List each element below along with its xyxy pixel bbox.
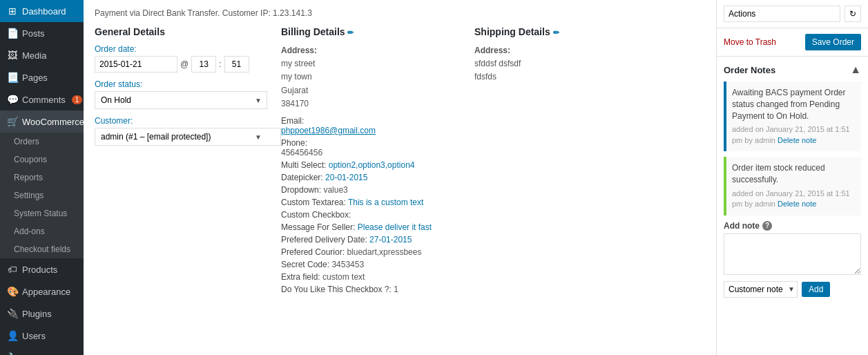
move-to-trash-link[interactable]: Move to Trash <box>724 37 776 47</box>
phone-value: 456456456 <box>281 148 322 157</box>
colon-separator: : <box>219 59 221 69</box>
order-time-min[interactable] <box>224 56 249 73</box>
note-1-text: Awaiting BACS payment Order status chang… <box>732 87 856 122</box>
customer-select-wrapper: admin (#1 – [email protected]) ▼ <box>95 128 267 146</box>
phone-label: Phone: <box>281 138 307 148</box>
sidebar-item-posts[interactable]: 📄 Posts <box>0 22 84 44</box>
extra-row: Extra field: custom text <box>281 272 461 282</box>
sidebar-item-orders[interactable]: Orders <box>0 133 84 151</box>
order-date-label: Order date: <box>95 44 267 54</box>
products-icon: 🏷 <box>7 264 18 275</box>
sidebar-item-tools[interactable]: 🔧 Tools <box>0 347 84 355</box>
note-textarea[interactable] <box>724 233 861 275</box>
custom-textarea-value: This is a custom text <box>348 198 423 207</box>
checkbox-value: 1 <box>394 285 398 294</box>
add-note-button[interactable]: Add <box>802 282 830 297</box>
custom-textarea-row: Custom Textarea: This is a custom text <box>281 198 461 207</box>
checkbox-label: Do You Like This Checkbox ?: <box>281 285 392 294</box>
message-label: Message For Seller: <box>281 222 355 232</box>
sidebar-item-comments[interactable]: 💬 Comments 1 <box>0 88 84 111</box>
sidebar-item-woocommerce[interactable]: 🛒 WooCommerce <box>0 111 84 133</box>
at-separator: @ <box>180 59 189 69</box>
note-type-select[interactable]: Customer note Private note <box>724 281 798 298</box>
actions-bar: Actions ↻ <box>717 0 868 28</box>
order-notes-title: Order Notes <box>724 65 775 75</box>
message-row: Message For Seller: Please deliver it fa… <box>281 222 461 232</box>
main-wrap: Payment via Direct Bank Transfer. Custom… <box>84 0 868 355</box>
sidebar-item-products[interactable]: 🏷 Products <box>0 258 84 280</box>
pages-icon: 📃 <box>7 72 18 83</box>
sidebar-item-system-status[interactable]: System Status <box>0 204 84 222</box>
sidebar-item-add-ons[interactable]: Add-ons <box>0 222 84 240</box>
billing-address: Address: my street my town Gujarat 38417… <box>281 44 461 111</box>
checkbox-row: Do You Like This Checkbox ?: 1 <box>281 285 461 294</box>
datepicker-label: Datepicker: <box>281 173 323 182</box>
shipping-edit-icon[interactable]: ✏ <box>553 28 559 37</box>
sidebar-item-settings[interactable]: Settings <box>0 186 84 204</box>
secret-row: Secret Code: 3453453 <box>281 260 461 269</box>
secret-label: Secret Code: <box>281 260 329 269</box>
multi-select-row: Multi Select: option2,option3,option4 <box>281 160 461 170</box>
extra-value: custom text <box>322 272 365 282</box>
users-icon: 👤 <box>7 330 18 341</box>
sidebar-item-reports[interactable]: Reports <box>0 169 84 186</box>
order-time-hour[interactable] <box>191 56 216 73</box>
shipping-address: Address: sfddsf dsfsdf fdsfds <box>474 44 705 84</box>
date-row: @ : <box>95 56 267 73</box>
courier-row: Prefered Courior: bluedart,xpressbees <box>281 247 461 257</box>
refresh-button[interactable]: ↻ <box>845 6 861 22</box>
note-footer: Customer note Private note ▼ Add <box>724 281 861 298</box>
dropdown-label: Dropdown: <box>281 185 321 195</box>
order-date-input[interactable] <box>95 56 177 73</box>
custom-textarea-label: Custom Textarea: <box>281 198 346 207</box>
comments-badge: 1 <box>72 95 83 104</box>
order-status-select[interactable]: On Hold Pending payment Processing Compl… <box>95 91 267 109</box>
sidebar: ⊞ Dashboard 📄 Posts 🖼 Media 📃 Pages 💬 Co… <box>0 0 84 355</box>
dashboard-icon: ⊞ <box>7 6 18 17</box>
email-label: Email: <box>281 116 304 126</box>
sidebar-item-appearance[interactable]: 🎨 Appearance <box>0 280 84 303</box>
delivery-date-value: 27-01-2015 <box>369 235 412 244</box>
order-status-wrapper: On Hold Pending payment Processing Compl… <box>95 91 267 109</box>
sidebar-item-media[interactable]: 🖼 Media <box>0 44 84 66</box>
order-status-label: Order status: <box>95 79 267 89</box>
comments-icon: 💬 <box>7 94 18 105</box>
payment-info: Payment via Direct Bank Transfer. Custom… <box>95 8 705 18</box>
woocommerce-submenu: Orders Coupons Reports Settings System S… <box>0 133 84 258</box>
dropdown-row: Dropdown: value3 <box>281 185 461 195</box>
multi-select-label: Multi Select: <box>281 160 326 170</box>
note-item-2: Order item stock reduced successfully. a… <box>724 157 861 215</box>
billing-edit-icon[interactable]: ✏ <box>347 28 354 37</box>
note-2-delete-link[interactable]: Delete note <box>778 200 816 208</box>
extra-label: Extra field: <box>281 272 320 282</box>
secret-value: 3453453 <box>331 260 364 269</box>
sidebar-item-dashboard[interactable]: ⊞ Dashboard <box>0 0 84 22</box>
actions-select[interactable]: Actions <box>724 6 840 22</box>
woocommerce-icon: 🛒 <box>7 116 18 127</box>
details-grid: General Details Order date: @ : Order st… <box>95 26 705 297</box>
trash-save-row: Move to Trash Save Order <box>717 28 868 57</box>
email-link[interactable]: phppoet1986@gmail.com <box>281 126 376 135</box>
refresh-icon: ↻ <box>849 9 856 19</box>
courier-label: Prefered Courior: <box>281 247 345 257</box>
sidebar-item-coupons[interactable]: Coupons <box>0 151 84 169</box>
help-icon[interactable]: ? <box>762 221 772 231</box>
note-1-meta: added on January 21, 2015 at 1:51 pm by … <box>732 124 856 146</box>
media-icon: 🖼 <box>7 50 18 61</box>
custom-checkbox-row: Custom Checkbox: <box>281 210 461 220</box>
note-item-1: Awaiting BACS payment Order status chang… <box>724 81 861 151</box>
right-panel: Actions ↻ Move to Trash Save Order Order… <box>716 0 868 355</box>
general-details: General Details Order date: @ : Order st… <box>95 26 281 297</box>
save-order-button[interactable]: Save Order <box>805 34 861 50</box>
sidebar-item-plugins[interactable]: 🔌 Plugins <box>0 303 84 325</box>
note-2-text: Order item stock reduced successfully. <box>732 162 856 186</box>
billing-title: Billing Details ✏ <box>281 26 461 37</box>
collapse-icon[interactable]: ▲ <box>850 64 861 76</box>
note-1-delete-link[interactable]: Delete note <box>778 136 816 144</box>
shipping-address-label: Address: <box>474 46 510 55</box>
sidebar-item-pages[interactable]: 📃 Pages <box>0 66 84 88</box>
customer-select[interactable]: admin (#1 – [email protected]) <box>95 128 281 146</box>
sidebar-item-checkout-fields[interactable]: Checkout fields <box>0 240 84 258</box>
sidebar-item-users[interactable]: 👤 Users <box>0 325 84 347</box>
custom-checkbox-label: Custom Checkbox: <box>281 210 351 220</box>
